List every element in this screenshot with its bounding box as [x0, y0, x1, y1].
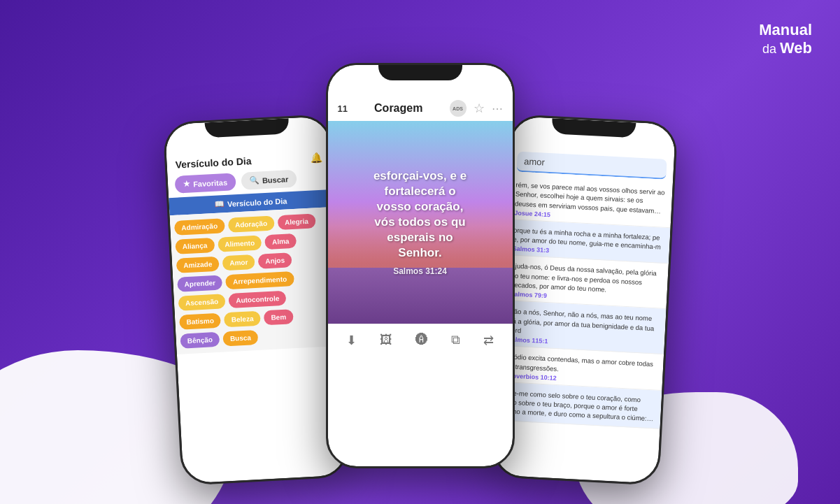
- verse-image: esforçai-vos, e efortalecerá ovosso cora…: [328, 121, 513, 324]
- result-item-4: Não a nós, Senhor, não a nós, mas ao teu…: [500, 301, 666, 354]
- tags-row-7: Bênção Busca: [180, 326, 336, 349]
- phone-left: Versículo do Dia 🔔 ★ Favoritas 🔍 Buscar …: [162, 114, 349, 486]
- phone-center: 11 Coragem ADS ☆ ⋯ esforçai-vos, e efort…: [326, 63, 515, 468]
- tag-bem[interactable]: Bem: [263, 309, 293, 325]
- favoritas-button[interactable]: ★ Favoritas: [174, 173, 236, 194]
- result-item-3: ajuda-nos, ó Deus da nossa salvação, pel…: [502, 255, 668, 309]
- tag-alma[interactable]: Alma: [264, 233, 296, 250]
- logo: Manual da Web: [759, 21, 812, 58]
- phone-left-inner: Versículo do Dia 🔔 ★ Favoritas 🔍 Buscar …: [164, 116, 347, 484]
- result-item-6: Põe-me como selo sobre o teu coração, co…: [496, 382, 662, 429]
- tags-row-2: Aliança Alimento Alma: [175, 231, 331, 254]
- favoritas-label: Favoritas: [192, 178, 227, 188]
- tag-alegria[interactable]: Alegria: [277, 213, 315, 230]
- tag-beleza[interactable]: Beleza: [224, 311, 261, 328]
- search-value: amor: [523, 156, 544, 168]
- right-results: rém, se vos parece mal aos vossos olhos …: [493, 174, 672, 484]
- tag-adoracao[interactable]: Adoração: [227, 215, 274, 232]
- tags-row-6: Batismo Beleza Bem: [178, 307, 334, 330]
- side-button-right-center: [513, 121, 515, 142]
- download-icon[interactable]: ⬇: [346, 333, 357, 348]
- book-icon: 📖: [214, 199, 225, 209]
- copy-icon[interactable]: ⧉: [451, 333, 460, 348]
- tag-aprender[interactable]: Aprender: [177, 275, 222, 291]
- tags-row-4: Aprender Arrependimento: [177, 269, 333, 292]
- banner-text: Versículo do Dia: [227, 196, 287, 208]
- image-icon[interactable]: 🖼: [380, 333, 392, 348]
- phones-container: Versículo do Dia 🔔 ★ Favoritas 🔍 Buscar …: [106, 35, 735, 468]
- left-header-title: Versículo do Dia: [175, 155, 252, 171]
- star-icon: ★: [183, 180, 190, 189]
- tag-ascensao[interactable]: Ascensão: [178, 294, 225, 310]
- tags-row-3: Amizade Amor Anjos: [176, 250, 332, 273]
- tag-admiracao[interactable]: Admiração: [173, 218, 225, 236]
- phone-right: amor rém, se vos parece mal aos vossos o…: [491, 114, 678, 486]
- tag-busca[interactable]: Busca: [222, 330, 258, 347]
- tag-arrependimento[interactable]: Arrependimento: [225, 271, 294, 289]
- tag-amor[interactable]: Amor: [222, 254, 255, 271]
- center-bottom-icons: ⬇ 🖼 🅐 ⧉ ⇄: [328, 324, 513, 357]
- verse-reference: Salmos 31:24: [373, 266, 467, 276]
- center-header: 11 Coragem ADS ☆ ⋯: [328, 96, 513, 121]
- logo-line2: Web: [780, 39, 812, 57]
- ads-badge: ADS: [450, 100, 467, 117]
- center-title: Coragem: [348, 102, 450, 115]
- tags-grid: Admiração Adoração Alegria Aliança Alime…: [169, 207, 340, 354]
- verse-count: 11: [338, 103, 348, 114]
- phone-right-inner: amor rém, se vos parece mal aos vossos o…: [493, 116, 676, 484]
- shuffle-icon[interactable]: ⇄: [483, 333, 494, 348]
- tag-bencao[interactable]: Bênção: [180, 332, 220, 349]
- phone-center-inner: 11 Coragem ADS ☆ ⋯ esforçai-vos, e efort…: [328, 65, 513, 466]
- tag-autocontrole[interactable]: Autocontrole: [228, 291, 286, 308]
- tags-row-5: Ascensão Autocontrole: [178, 288, 334, 311]
- tag-anjos[interactable]: Anjos: [257, 252, 292, 268]
- menu-icon-center[interactable]: ⋯: [492, 102, 503, 115]
- notch-center: [378, 65, 462, 80]
- main-verse-text: esforçai-vos, e efortalecerá ovosso cora…: [373, 168, 467, 261]
- logo-line1: Manual: [759, 21, 812, 38]
- tag-batismo[interactable]: Batismo: [178, 313, 220, 330]
- tag-alianca[interactable]: Aliança: [175, 238, 215, 254]
- star-icon-center[interactable]: ☆: [474, 101, 485, 116]
- buscar-label: Buscar: [262, 175, 288, 185]
- tag-amizade[interactable]: Amizade: [176, 257, 219, 273]
- verse-text-overlay: esforçai-vos, e efortalecerá ovosso cora…: [373, 168, 467, 277]
- search-icon: 🔍: [249, 175, 259, 185]
- tags-row-1: Admiração Adoração Alegria: [173, 213, 329, 236]
- result-item-1: rém, se vos parece mal aos vossos olhos …: [506, 174, 672, 228]
- buscar-button[interactable]: 🔍 Buscar: [241, 170, 297, 190]
- tag-alimento[interactable]: Alimento: [217, 235, 262, 252]
- bell-icon-left[interactable]: 🔔: [310, 152, 322, 164]
- center-header-icons: ADS ☆ ⋯: [450, 100, 503, 117]
- result-text-6: Põe-me como selo sobre o teu coração, co…: [504, 388, 655, 424]
- text-icon[interactable]: 🅐: [415, 333, 428, 348]
